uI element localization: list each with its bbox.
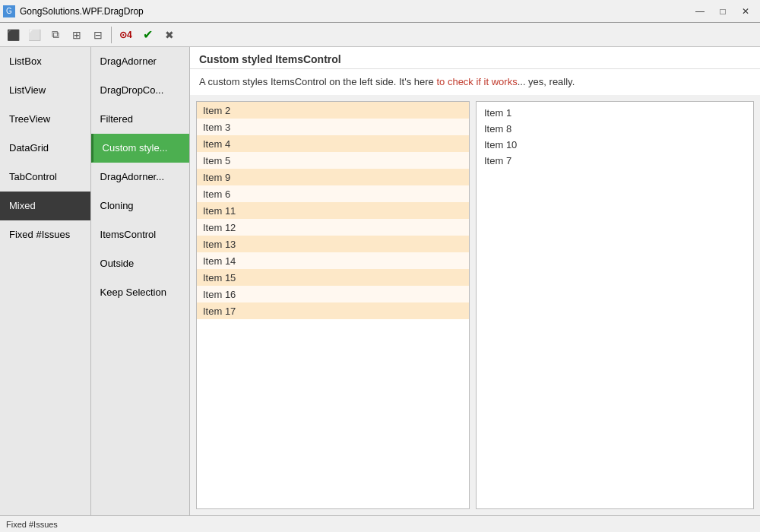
title-bar-left: G GongSolutions.WPF.DragDrop <box>3 5 144 17</box>
sidebar-item-treeview[interactable]: TreeView <box>0 105 90 134</box>
content-description: A custom styles ItemsControl on the left… <box>190 69 760 95</box>
sidebar-item-fixedissues[interactable]: Fixed #Issues <box>0 220 90 249</box>
items-list-container: Item 2 Item 3 Item 4 Item 5 Item 9 Item … <box>196 101 470 509</box>
sidebar: ListBox ListView TreeView DataGrid TabCo… <box>0 47 190 515</box>
highlight-text: to check if it works <box>436 76 517 87</box>
toolbar-btn-4[interactable]: ⊟ <box>88 25 108 45</box>
sidebar-item-listbox[interactable]: ListBox <box>0 47 90 76</box>
right-panel-item[interactable]: Item 7 <box>480 153 750 169</box>
sidebar-item-itemscontrol[interactable]: ItemsControl <box>91 220 189 249</box>
toolbar: ⬛ ⬜ ⧉ ⊞ ⊟ ⊙4 ✔ ✖ <box>0 23 760 47</box>
list-item[interactable]: Item 12 <box>197 219 469 236</box>
list-item[interactable]: Item 3 <box>197 119 469 135</box>
list-item[interactable]: Item 11 <box>197 202 469 219</box>
toolbar-btn-3[interactable]: ⊞ <box>67 25 87 45</box>
minimize-button[interactable]: — <box>689 0 711 23</box>
right-panel-item[interactable]: Item 10 <box>480 137 750 153</box>
sidebar-item-keepselection[interactable]: Keep Selection <box>91 278 189 307</box>
list-item[interactable]: Item 14 <box>197 252 469 269</box>
sidebar-item-datagrid[interactable]: DataGrid <box>0 134 90 163</box>
toolbar-btn-2[interactable]: ⧉ <box>46 25 65 45</box>
window-title: GongSolutions.WPF.DragDrop <box>20 6 144 17</box>
status-text: Fixed #Issues <box>6 520 58 529</box>
list-item[interactable]: Item 4 <box>197 135 469 152</box>
list-item[interactable]: Item 2 <box>197 102 469 119</box>
sidebar-item-listview[interactable]: ListView <box>0 76 90 105</box>
sidebar-item-tabcontrol[interactable]: TabControl <box>0 163 90 192</box>
content-area: Custom styled ItemsControl A custom styl… <box>190 47 760 515</box>
content-header: Custom styled ItemsControl <box>190 47 760 69</box>
toolbar-check-btn[interactable]: ✔ <box>138 25 158 45</box>
main-area: ListBox ListView TreeView DataGrid TabCo… <box>0 47 760 515</box>
list-item[interactable]: Item 6 <box>197 185 469 202</box>
window-controls: — □ ✕ <box>689 0 757 23</box>
list-item[interactable]: Item 13 <box>197 236 469 252</box>
sidebar-col2: DragAdorner DragDropCo... Filtered Custo… <box>91 47 189 515</box>
sidebar-item-filtered[interactable]: Filtered <box>91 105 189 134</box>
toolbar-btn-0[interactable]: ⬛ <box>3 25 23 45</box>
items-list[interactable]: Item 2 Item 3 Item 4 Item 5 Item 9 Item … <box>197 102 469 508</box>
close-button[interactable]: ✕ <box>734 0 757 23</box>
list-item[interactable]: Item 16 <box>197 286 469 302</box>
toolbar-close-btn[interactable]: ✖ <box>160 25 179 45</box>
sidebar-col1: ListBox ListView TreeView DataGrid TabCo… <box>0 47 91 515</box>
list-item[interactable]: Item 15 <box>197 269 469 286</box>
list-item[interactable]: Item 17 <box>197 302 469 319</box>
toolbar-record-indicator: ⊙4 <box>115 30 137 40</box>
sidebar-item-customstyle[interactable]: Custom style... <box>91 134 189 163</box>
content-body: Item 2 Item 3 Item 4 Item 5 Item 9 Item … <box>190 95 760 515</box>
maximize-button[interactable]: □ <box>711 0 734 23</box>
sidebar-item-dragadorner[interactable]: DragAdorner <box>91 47 189 76</box>
toolbar-btn-1[interactable]: ⬜ <box>24 25 44 45</box>
toolbar-separator <box>111 27 112 43</box>
app-icon: G <box>3 5 15 17</box>
sidebar-item-dragdropco[interactable]: DragDropCo... <box>91 76 189 105</box>
right-panel: Item 1 Item 8 Item 10 Item 7 <box>476 101 754 509</box>
sidebar-item-mixed[interactable]: Mixed <box>0 192 90 220</box>
sidebar-item-cloning[interactable]: Cloning <box>91 192 189 220</box>
list-item[interactable]: Item 9 <box>197 169 469 185</box>
title-bar: G GongSolutions.WPF.DragDrop — □ ✕ <box>0 0 760 23</box>
sidebar-item-outside[interactable]: Outside <box>91 249 189 278</box>
right-panel-item[interactable]: Item 8 <box>480 121 750 137</box>
sidebar-item-dragadorner2[interactable]: DragAdorner... <box>91 163 189 192</box>
status-bar: Fixed #Issues <box>0 515 760 532</box>
list-item[interactable]: Item 5 <box>197 152 469 169</box>
right-panel-item[interactable]: Item 1 <box>480 105 750 121</box>
